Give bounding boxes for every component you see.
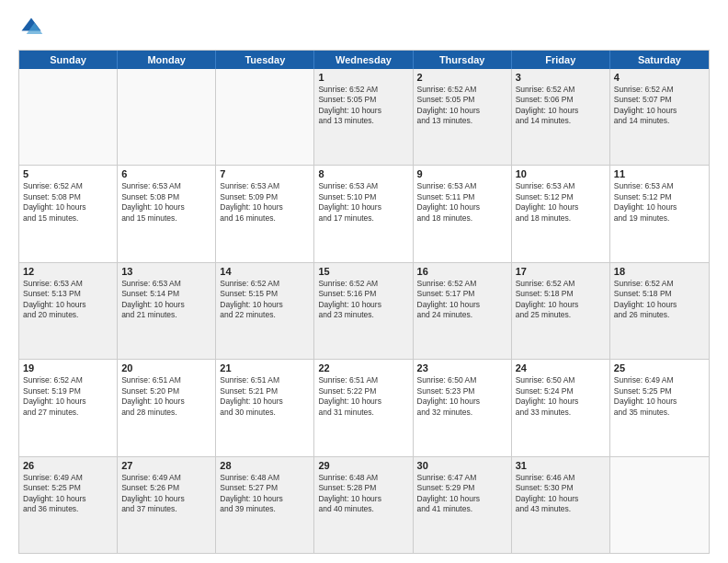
day-number: 11: [614, 168, 705, 179]
day-number: 14: [220, 266, 310, 277]
cell-info: Sunrise: 6:49 AMSunset: 5:25 PMDaylight:…: [23, 473, 113, 515]
cell-info: Sunrise: 6:53 AMSunset: 5:10 PMDaylight:…: [318, 181, 408, 224]
day-number: 31: [516, 460, 606, 471]
day-header-sunday: Sunday: [19, 51, 118, 69]
calendar-cell: 16Sunrise: 6:52 AMSunset: 5:17 PMDayligh…: [414, 263, 512, 359]
day-number: 1: [318, 72, 408, 83]
calendar-cell: [610, 457, 709, 553]
day-number: 25: [614, 362, 705, 373]
calendar-cell: 18Sunrise: 6:52 AMSunset: 5:18 PMDayligh…: [610, 263, 709, 359]
page: SundayMondayTuesdayWednesdayThursdayFrid…: [0, 0, 728, 563]
day-number: 28: [220, 460, 310, 471]
day-number: 9: [417, 168, 507, 179]
cell-info: Sunrise: 6:52 AMSunset: 5:17 PMDaylight:…: [417, 279, 507, 321]
cell-info: Sunrise: 6:53 AMSunset: 5:13 PMDaylight:…: [23, 279, 113, 321]
cell-info: Sunrise: 6:52 AMSunset: 5:15 PMDaylight:…: [220, 279, 310, 321]
calendar-cell: 13Sunrise: 6:53 AMSunset: 5:14 PMDayligh…: [118, 263, 216, 359]
day-number: 29: [318, 460, 408, 471]
day-header-friday: Friday: [512, 51, 610, 69]
cell-info: Sunrise: 6:52 AMSunset: 5:16 PMDaylight:…: [318, 279, 408, 321]
day-header-saturday: Saturday: [610, 51, 709, 69]
day-number: 24: [516, 362, 606, 373]
day-number: 27: [121, 460, 211, 471]
day-number: 21: [220, 362, 310, 373]
cell-info: Sunrise: 6:52 AMSunset: 5:18 PMDaylight:…: [516, 279, 606, 321]
day-number: 23: [417, 362, 507, 373]
calendar-cell: 4Sunrise: 6:52 AMSunset: 5:07 PMDaylight…: [610, 69, 709, 165]
week-row-3: 12Sunrise: 6:53 AMSunset: 5:13 PMDayligh…: [19, 263, 709, 360]
calendar-header: SundayMondayTuesdayWednesdayThursdayFrid…: [19, 51, 709, 69]
day-number: 13: [121, 266, 211, 277]
calendar-cell: 28Sunrise: 6:48 AMSunset: 5:27 PMDayligh…: [216, 457, 314, 553]
cell-info: Sunrise: 6:49 AMSunset: 5:26 PMDaylight:…: [121, 473, 211, 515]
cell-info: Sunrise: 6:52 AMSunset: 5:19 PMDaylight:…: [23, 375, 113, 418]
cell-info: Sunrise: 6:48 AMSunset: 5:28 PMDaylight:…: [318, 473, 408, 515]
day-number: 6: [121, 168, 211, 179]
day-number: 16: [417, 266, 507, 277]
calendar-cell: 8Sunrise: 6:53 AMSunset: 5:10 PMDaylight…: [314, 166, 413, 261]
calendar-cell: 10Sunrise: 6:53 AMSunset: 5:12 PMDayligh…: [512, 166, 610, 261]
cell-info: Sunrise: 6:48 AMSunset: 5:27 PMDaylight:…: [220, 473, 310, 515]
cell-info: Sunrise: 6:51 AMSunset: 5:21 PMDaylight:…: [220, 375, 310, 418]
day-header-wednesday: Wednesday: [314, 51, 413, 69]
calendar-cell: 17Sunrise: 6:52 AMSunset: 5:18 PMDayligh…: [512, 263, 610, 359]
header: [18, 15, 710, 40]
week-row-2: 5Sunrise: 6:52 AMSunset: 5:08 PMDaylight…: [19, 166, 709, 262]
cell-info: Sunrise: 6:47 AMSunset: 5:29 PMDaylight:…: [417, 473, 507, 515]
calendar-cell: 24Sunrise: 6:50 AMSunset: 5:24 PMDayligh…: [512, 360, 610, 455]
calendar: SundayMondayTuesdayWednesdayThursdayFrid…: [18, 50, 710, 554]
logo: [18, 15, 48, 40]
calendar-cell: 19Sunrise: 6:52 AMSunset: 5:19 PMDayligh…: [19, 360, 118, 455]
calendar-cell: 23Sunrise: 6:50 AMSunset: 5:23 PMDayligh…: [414, 360, 512, 455]
calendar-cell: 20Sunrise: 6:51 AMSunset: 5:20 PMDayligh…: [118, 360, 216, 455]
day-number: 4: [614, 72, 705, 83]
day-number: 19: [23, 362, 113, 373]
logo-icon: [18, 15, 44, 40]
day-number: 12: [23, 266, 113, 277]
calendar-cell: 9Sunrise: 6:53 AMSunset: 5:11 PMDaylight…: [414, 166, 512, 261]
day-header-tuesday: Tuesday: [216, 51, 314, 69]
day-number: 20: [121, 362, 211, 373]
calendar-cell: 30Sunrise: 6:47 AMSunset: 5:29 PMDayligh…: [414, 457, 512, 553]
day-number: 7: [220, 168, 310, 179]
calendar-cell: 2Sunrise: 6:52 AMSunset: 5:05 PMDaylight…: [414, 69, 512, 165]
day-number: 26: [23, 460, 113, 471]
day-number: 22: [318, 362, 408, 373]
cell-info: Sunrise: 6:52 AMSunset: 5:18 PMDaylight:…: [614, 279, 705, 321]
day-number: 17: [516, 266, 606, 277]
cell-info: Sunrise: 6:46 AMSunset: 5:30 PMDaylight:…: [516, 473, 606, 515]
day-number: 18: [614, 266, 705, 277]
calendar-cell: 25Sunrise: 6:49 AMSunset: 5:25 PMDayligh…: [610, 360, 709, 455]
day-header-monday: Monday: [118, 51, 216, 69]
cell-info: Sunrise: 6:52 AMSunset: 5:07 PMDaylight:…: [614, 85, 705, 127]
cell-info: Sunrise: 6:49 AMSunset: 5:25 PMDaylight:…: [614, 375, 705, 418]
day-number: 3: [516, 72, 606, 83]
calendar-cell: 3Sunrise: 6:52 AMSunset: 5:06 PMDaylight…: [512, 69, 610, 165]
calendar-cell: 21Sunrise: 6:51 AMSunset: 5:21 PMDayligh…: [216, 360, 314, 455]
week-row-4: 19Sunrise: 6:52 AMSunset: 5:19 PMDayligh…: [19, 360, 709, 456]
calendar-cell: 26Sunrise: 6:49 AMSunset: 5:25 PMDayligh…: [19, 457, 118, 553]
calendar-cell: 29Sunrise: 6:48 AMSunset: 5:28 PMDayligh…: [314, 457, 413, 553]
cell-info: Sunrise: 6:50 AMSunset: 5:24 PMDaylight:…: [516, 375, 606, 418]
calendar-cell: 22Sunrise: 6:51 AMSunset: 5:22 PMDayligh…: [314, 360, 413, 455]
day-number: 5: [23, 168, 113, 179]
cell-info: Sunrise: 6:52 AMSunset: 5:05 PMDaylight:…: [417, 85, 507, 127]
cell-info: Sunrise: 6:51 AMSunset: 5:22 PMDaylight:…: [318, 375, 408, 418]
cell-info: Sunrise: 6:53 AMSunset: 5:08 PMDaylight:…: [121, 181, 211, 224]
calendar-cell: [118, 69, 216, 165]
calendar-cell: 31Sunrise: 6:46 AMSunset: 5:30 PMDayligh…: [512, 457, 610, 553]
cell-info: Sunrise: 6:52 AMSunset: 5:08 PMDaylight:…: [23, 181, 113, 224]
calendar-cell: [19, 69, 118, 165]
cell-info: Sunrise: 6:53 AMSunset: 5:12 PMDaylight:…: [516, 181, 606, 224]
week-row-1: 1Sunrise: 6:52 AMSunset: 5:05 PMDaylight…: [19, 69, 709, 166]
day-number: 2: [417, 72, 507, 83]
day-number: 30: [417, 460, 507, 471]
calendar-cell: 27Sunrise: 6:49 AMSunset: 5:26 PMDayligh…: [118, 457, 216, 553]
calendar-cell: 15Sunrise: 6:52 AMSunset: 5:16 PMDayligh…: [314, 263, 413, 359]
calendar-cell: 11Sunrise: 6:53 AMSunset: 5:12 PMDayligh…: [610, 166, 709, 261]
calendar-body: 1Sunrise: 6:52 AMSunset: 5:05 PMDaylight…: [19, 69, 709, 553]
calendar-cell: 14Sunrise: 6:52 AMSunset: 5:15 PMDayligh…: [216, 263, 314, 359]
cell-info: Sunrise: 6:52 AMSunset: 5:05 PMDaylight:…: [318, 85, 408, 127]
cell-info: Sunrise: 6:53 AMSunset: 5:12 PMDaylight:…: [614, 181, 705, 224]
calendar-cell: 6Sunrise: 6:53 AMSunset: 5:08 PMDaylight…: [118, 166, 216, 261]
